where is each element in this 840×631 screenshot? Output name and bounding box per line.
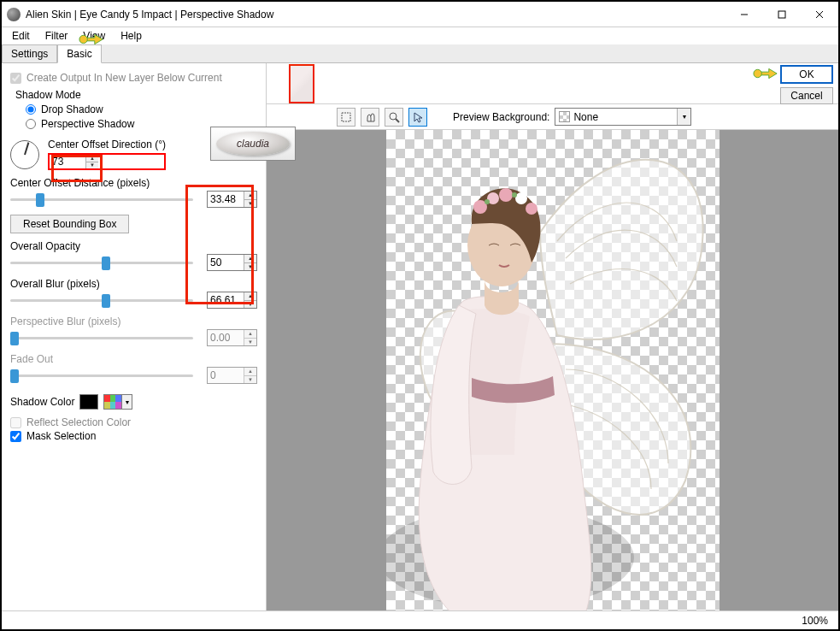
thumbnail-row: OK Cancel (267, 63, 838, 104)
zoom-level: 100% (802, 615, 828, 627)
create-output-checkbox: Create Output In New Layer Below Current (10, 72, 257, 84)
drop-shadow-label: Drop Shadow (41, 103, 103, 115)
preview-background-select[interactable]: None ▼ (555, 108, 691, 126)
ok-button[interactable]: OK (780, 65, 833, 84)
preview-canvas[interactable] (386, 130, 720, 610)
color-dropdown-icon[interactable]: ▼ (122, 394, 132, 410)
fade-out-slider (10, 367, 193, 384)
perspective-shadow-label: Perspective Shadow (41, 118, 134, 130)
preview-background-value: None (573, 111, 598, 123)
overall-blur-label: Overall Blur (pixels) (10, 278, 257, 290)
spin-up-icon[interactable]: ▲ (244, 292, 256, 301)
overall-opacity-label: Overall Opacity (10, 240, 257, 252)
window-title: Alien Skin | Eye Candy 5 Impact | Perspe… (26, 9, 725, 21)
watermark-text: claudia (237, 138, 269, 150)
svg-rect-6 (342, 113, 350, 121)
perspective-blur-label: Perspective Blur (pixels) (10, 316, 257, 327)
mask-selection-label: Mask Selection (26, 430, 96, 442)
overall-opacity-spinner[interactable]: ▲▼ (207, 254, 257, 271)
fade-out-input (208, 368, 244, 383)
titlebar: Alien Skin | Eye Candy 5 Impact | Perspe… (2, 2, 838, 27)
center-offset-direction-spinner[interactable]: ▲▼ (48, 153, 166, 170)
svg-point-15 (526, 203, 537, 215)
mask-selection-checkbox[interactable]: Mask Selection (10, 430, 257, 442)
center-offset-distance-spinner[interactable]: ▲▼ (207, 191, 257, 208)
zoom-tool-icon[interactable] (385, 108, 403, 127)
app-icon (7, 8, 21, 21)
center-offset-direction-input[interactable] (50, 155, 85, 168)
spin-down-icon[interactable]: ▼ (244, 263, 256, 271)
checker-icon (559, 111, 570, 122)
preview-image (386, 130, 720, 610)
marquee-tool-icon[interactable] (337, 108, 355, 127)
overall-blur-input[interactable] (208, 292, 244, 308)
spin-down-icon[interactable]: ▼ (86, 162, 98, 169)
pointer-hand-icon (753, 63, 778, 84)
shadow-color-swatch[interactable] (79, 394, 98, 410)
center-offset-distance-input[interactable] (208, 192, 244, 207)
menu-help[interactable]: Help (114, 28, 149, 44)
statusbar: 100% (2, 610, 838, 629)
preview-toolbar: Preview Background: None ▼ (267, 104, 838, 130)
menu-filter[interactable]: Filter (38, 28, 75, 44)
center-offset-direction-label: Center Offset Direction (°) (48, 139, 166, 150)
perspective-blur-slider (10, 329, 193, 346)
close-button[interactable] (801, 3, 838, 27)
svg-point-13 (499, 188, 513, 202)
overall-opacity-slider[interactable] (10, 254, 193, 271)
fade-out-spinner: ▲▼ (207, 367, 257, 384)
svg-point-14 (515, 192, 527, 204)
drop-shadow-radio[interactable]: Drop Shadow (26, 103, 257, 115)
pointer-tool-icon[interactable] (408, 108, 427, 127)
spin-up-icon[interactable]: ▲ (244, 192, 256, 200)
watermark-stamp: claudia (210, 127, 296, 161)
reflect-selection-checkbox: Reflect Selection Color (10, 416, 257, 428)
svg-rect-1 (778, 11, 785, 18)
center-offset-distance-slider[interactable] (10, 191, 193, 208)
svg-point-16 (485, 199, 490, 204)
svg-point-7 (390, 113, 397, 120)
center-offset-distance-label: Center Offset Distance (pixels) (10, 177, 257, 189)
preview-area: OK Cancel Preview Background: None ▼ (267, 63, 838, 610)
overall-opacity-input[interactable] (208, 255, 244, 270)
spin-up-icon[interactable]: ▲ (244, 255, 256, 263)
create-output-label: Create Output In New Layer Below Current (26, 72, 222, 84)
angle-knob[interactable] (10, 140, 39, 169)
spin-down-icon[interactable]: ▼ (244, 301, 256, 309)
cancel-button[interactable]: Cancel (780, 87, 833, 104)
spin-up-icon[interactable]: ▲ (86, 155, 98, 162)
fade-out-label: Fade Out (10, 353, 257, 365)
preview-background-label: Preview Background: (453, 111, 549, 123)
svg-line-8 (396, 119, 399, 122)
preview-thumbnail[interactable] (289, 64, 314, 103)
spin-down-icon[interactable]: ▼ (244, 200, 256, 208)
chevron-down-icon[interactable]: ▼ (677, 109, 690, 125)
tab-strip: Settings Basic (2, 44, 838, 63)
tab-settings[interactable]: Settings (2, 44, 57, 62)
shadow-color-label: Shadow Color (10, 396, 74, 408)
overall-blur-slider[interactable] (10, 292, 193, 309)
overall-blur-spinner[interactable]: ▲▼ (207, 292, 257, 309)
svg-point-5 (754, 69, 761, 77)
menu-edit[interactable]: Edit (5, 28, 37, 44)
minimize-button[interactable] (725, 3, 763, 27)
shadow-mode-label: Shadow Mode (15, 89, 257, 101)
perspective-blur-spinner: ▲▼ (207, 329, 257, 346)
reflect-selection-label: Reflect Selection Color (26, 416, 131, 428)
perspective-blur-input (208, 330, 244, 345)
menubar: Edit Filter View Help (2, 27, 838, 44)
svg-point-17 (512, 192, 517, 198)
color-palette-icon[interactable] (103, 394, 122, 410)
maximize-button[interactable] (763, 3, 801, 27)
hand-tool-icon[interactable] (361, 108, 379, 127)
reset-bounding-box-button[interactable]: Reset Bounding Box (10, 215, 129, 233)
tab-basic[interactable]: Basic (57, 44, 101, 63)
menu-view[interactable]: View (76, 28, 112, 44)
preview-canvas-wrap (267, 130, 838, 610)
